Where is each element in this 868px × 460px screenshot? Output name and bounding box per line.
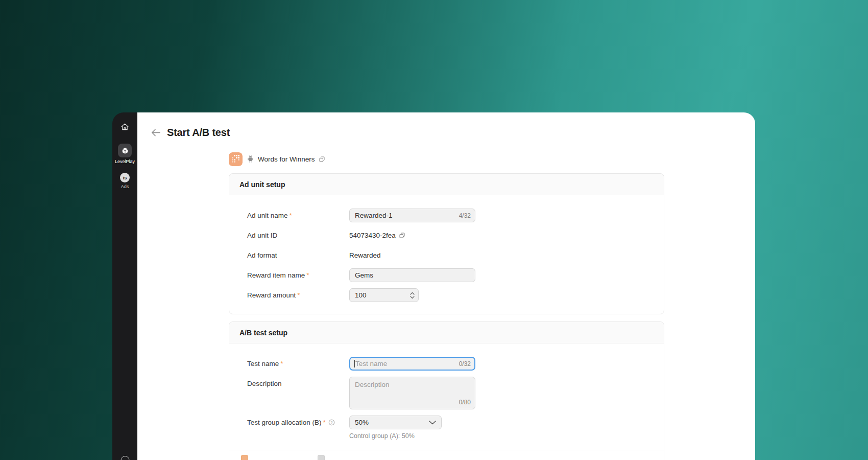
card-header: A/B test setup bbox=[229, 322, 664, 343]
number-stepper[interactable] bbox=[410, 292, 415, 299]
card-header: Ad unit setup bbox=[229, 174, 664, 195]
sidebar-item-home[interactable] bbox=[120, 123, 129, 133]
required-marker: * bbox=[290, 212, 292, 219]
reward-amount-input[interactable] bbox=[349, 288, 419, 302]
description-textarea[interactable] bbox=[349, 377, 475, 409]
sidebar-item-label: Ads bbox=[121, 184, 129, 189]
ab-test-setup-card: A/B test setup Test name* 0/32 Descripti… bbox=[229, 321, 664, 460]
ad-unit-id-row: Ad unit ID 54073430-2fea bbox=[247, 228, 664, 242]
field-label: Test name* bbox=[247, 360, 349, 367]
reward-amount-row: Reward amount* bbox=[247, 288, 664, 302]
required-marker: * bbox=[297, 291, 300, 299]
required-marker: * bbox=[280, 360, 283, 367]
field-label: Reward amount* bbox=[247, 291, 349, 299]
required-marker: * bbox=[306, 271, 309, 279]
group-b-swatch bbox=[318, 455, 325, 460]
back-button[interactable] bbox=[151, 129, 160, 137]
chevron-down-icon bbox=[429, 421, 436, 425]
question-circle-icon[interactable]: ? bbox=[328, 419, 335, 426]
sidebar-item-label: LevelPlay bbox=[115, 159, 135, 164]
ad-unit-setup-card: Ad unit setup Ad unit name* 4/32 Ad unit… bbox=[229, 173, 664, 314]
card-title: Ad unit setup bbox=[239, 180, 285, 189]
card-title: A/B test setup bbox=[239, 329, 287, 337]
copy-ad-unit-id-button[interactable] bbox=[399, 232, 405, 239]
sidebar: LevelPlay is Ads bbox=[112, 112, 137, 460]
test-group-allocation-select[interactable]: 50% bbox=[349, 416, 442, 429]
ad-unit-name-row: Ad unit name* 4/32 bbox=[247, 209, 664, 222]
page-title: Start A/B test bbox=[167, 127, 230, 139]
reward-amount-input-wrap bbox=[349, 288, 419, 302]
app-summary: Words for Winners bbox=[229, 152, 325, 166]
app-icon bbox=[229, 152, 243, 166]
test-name-row: Test name* 0/32 bbox=[247, 357, 664, 371]
section-divider bbox=[229, 450, 664, 450]
ad-format-row: Ad format Rewarded bbox=[247, 248, 664, 262]
sidebar-item-ads[interactable]: is Ads bbox=[120, 173, 130, 189]
test-name-input[interactable] bbox=[349, 357, 475, 371]
home-icon bbox=[120, 123, 129, 133]
field-label: Ad unit ID bbox=[247, 232, 349, 239]
android-icon bbox=[247, 155, 254, 163]
control-group-helper: Control group (A): 50% bbox=[349, 432, 664, 440]
app-name: Words for Winners bbox=[258, 155, 315, 163]
sidebar-item-levelplay[interactable]: LevelPlay bbox=[115, 144, 135, 164]
description-row: Description 0/80 bbox=[247, 377, 664, 409]
ad-unit-id-value: 54073430-2fea bbox=[349, 232, 405, 239]
page-header: Start A/B test bbox=[151, 127, 230, 139]
reward-item-name-input[interactable] bbox=[349, 268, 475, 282]
test-group-allocation-row: Test group allocation (B)* ? 50% bbox=[247, 416, 664, 429]
ironsource-icon: is bbox=[120, 173, 130, 182]
description-textarea-wrap: 0/80 bbox=[349, 377, 475, 409]
app-window: LevelPlay is Ads Start A/B test bbox=[112, 112, 755, 460]
field-label: Description bbox=[247, 377, 349, 390]
reward-item-name-input-wrap bbox=[349, 268, 475, 282]
ad-unit-name-input[interactable] bbox=[349, 209, 475, 222]
svg-text:?: ? bbox=[330, 420, 332, 425]
help-button[interactable] bbox=[120, 456, 129, 460]
copy-app-name-button[interactable] bbox=[319, 156, 325, 163]
field-label: Reward item name* bbox=[247, 271, 349, 279]
field-label: Ad unit name* bbox=[247, 212, 349, 219]
select-value: 50% bbox=[355, 419, 369, 426]
required-marker: * bbox=[323, 419, 326, 426]
field-label: Ad format bbox=[247, 251, 349, 259]
unity-cube-icon bbox=[118, 144, 132, 157]
main-content: Start A/B test bbox=[137, 112, 755, 460]
test-name-input-wrap: 0/32 bbox=[349, 357, 475, 371]
field-label: Test group allocation (B)* ? bbox=[247, 419, 349, 426]
ad-unit-name-input-wrap: 4/32 bbox=[349, 209, 475, 222]
group-a-swatch bbox=[241, 455, 248, 460]
reward-item-name-row: Reward item name* bbox=[247, 268, 664, 282]
ad-format-value: Rewarded bbox=[349, 251, 381, 259]
group-swatches bbox=[241, 455, 664, 460]
